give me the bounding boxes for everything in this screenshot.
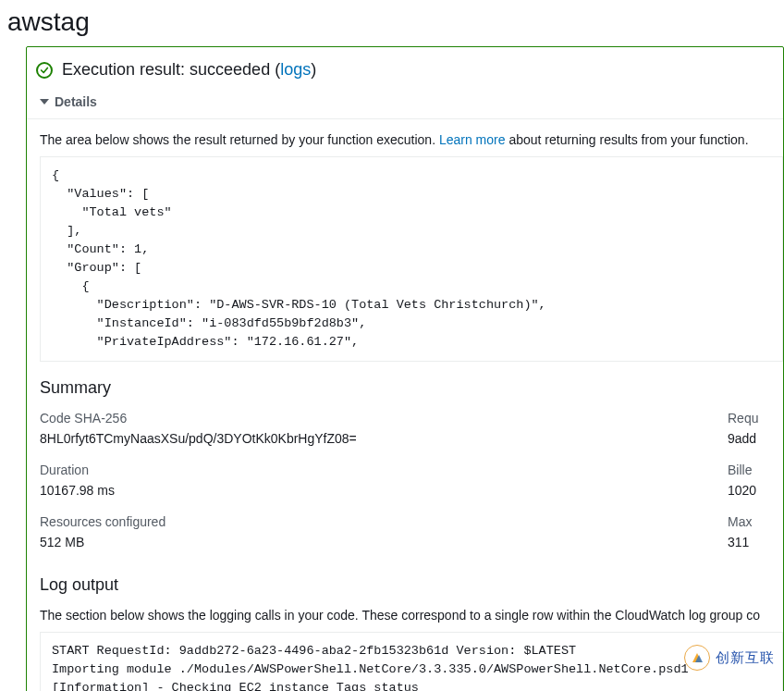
v-max: 311 [728, 535, 783, 549]
details-body: The area below shows the result returned… [27, 118, 783, 691]
paren-close: ) [311, 60, 316, 79]
summary-col-right: Requ 9add Bille 1020 Max 311 [728, 411, 783, 566]
watermark: 创新互联 [684, 645, 775, 671]
learn-more-link[interactable]: Learn more [439, 132, 506, 147]
kv-billed: Bille 1020 [728, 463, 783, 498]
watermark-badge-icon [684, 645, 710, 671]
kv-resources: Resources configured 512 MB [40, 514, 672, 549]
kv-duration: Duration 10167.98 ms [40, 463, 672, 498]
logs-link[interactable]: logs [280, 60, 311, 79]
k-max: Max [728, 514, 783, 529]
result-json-block: { "Values": [ "Total vets" ], "Count": 1… [40, 156, 783, 362]
v-code-sha: 8HL0rfyt6TCmyNaasXSu/pdQ/3DYOtKk0KbrHgYf… [40, 431, 672, 446]
hint-pre: The area below shows the result returned… [40, 132, 439, 147]
k-resources: Resources configured [40, 514, 672, 529]
v-billed: 1020 [728, 483, 783, 498]
details-toggle[interactable]: Details [27, 91, 783, 118]
kv-request: Requ 9add [728, 411, 783, 446]
summary-heading: Summary [40, 378, 783, 398]
details-label: Details [55, 94, 97, 109]
v-request: 9add [728, 431, 783, 446]
k-code-sha: Code SHA-256 [40, 411, 672, 426]
kv-code-sha: Code SHA-256 8HL0rfyt6TCmyNaasXSu/pdQ/3D… [40, 411, 672, 446]
paren-open: ( [270, 60, 280, 79]
summary-grid: Code SHA-256 8HL0rfyt6TCmyNaasXSu/pdQ/3D… [40, 411, 783, 566]
execution-status: succeeded [190, 60, 270, 79]
execution-result-panel: Execution result: succeeded (logs) Detai… [26, 46, 784, 691]
page-title: awstag [7, 7, 784, 37]
summary-col-left: Code SHA-256 8HL0rfyt6TCmyNaasXSu/pdQ/3D… [40, 411, 672, 566]
success-check-icon [36, 62, 53, 79]
kv-max: Max 311 [728, 514, 783, 549]
v-duration: 10167.98 ms [40, 483, 672, 498]
k-billed: Bille [728, 463, 783, 477]
caret-down-icon [40, 99, 49, 105]
result-hint: The area below shows the result returned… [40, 132, 783, 147]
v-resources: 512 MB [40, 535, 672, 549]
execution-result-title: Execution result: succeeded (logs) [62, 60, 316, 80]
hint-post: about returning results from your functi… [506, 132, 749, 147]
log-output-heading: Log output [40, 575, 783, 595]
execution-result-header: Execution result: succeeded (logs) [27, 60, 783, 91]
k-request: Requ [728, 411, 783, 426]
log-hint: The section below shows the logging call… [40, 608, 783, 623]
k-duration: Duration [40, 463, 672, 477]
log-output-block: START RequestId: 9addb272-6a23-4496-aba2… [40, 632, 783, 691]
watermark-text: 创新互联 [716, 649, 775, 667]
execution-label-pre: Execution result: [62, 60, 190, 79]
